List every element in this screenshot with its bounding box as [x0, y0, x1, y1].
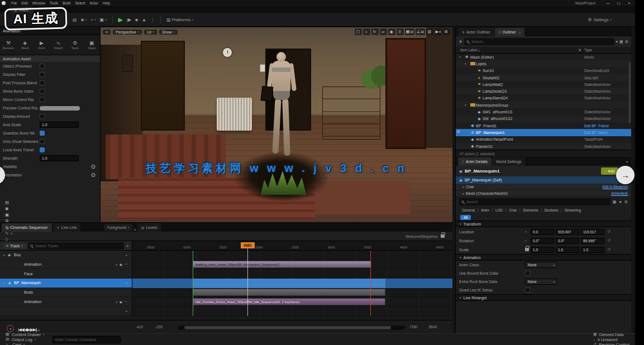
property-control[interactable]: ⊙ [91, 172, 96, 178]
expander-icon[interactable]: ▾ [465, 103, 469, 107]
actor-type-cell[interactable]: StaticMeshActor [584, 145, 631, 148]
sequencer-track-row[interactable]: Body [0, 288, 132, 298]
outliner-row[interactable]: ⊙ ◈ SM1_aRoom01S StaticMeshActor [456, 108, 631, 115]
sequencer-tool-button[interactable]: ▣▾ [4, 212, 21, 218]
reset-icon[interactable]: ↺ [607, 229, 610, 234]
console-command-input[interactable]: Enter Console Command [53, 336, 121, 343]
property-control[interactable] [40, 114, 45, 119]
details-settings-icon[interactable]: ⚙ [624, 200, 628, 204]
viewport-tool-button[interactable]: ⊙ [397, 28, 404, 35]
anim-property-row[interactable]: Only Show Selected [0, 137, 100, 146]
expander-icon[interactable]: ▾ [3, 281, 8, 285]
sequencer-track-row[interactable]: + [0, 306, 132, 316]
viewport-tool-button[interactable]: + [363, 28, 370, 35]
property-control[interactable]: None▾ [525, 262, 557, 268]
anim-property-row[interactable]: Display Amount [0, 112, 100, 121]
sequencer-tool-button[interactable]: +▾ [4, 224, 21, 230]
sequencer-tool-button[interactable]: ⚙▾ [4, 218, 21, 224]
mode-tab[interactable]: ◈ Mesh [17, 35, 34, 55]
anim-property-row[interactable]: Quantize Bone Wt. [0, 129, 100, 137]
outliner-row[interactable]: ⊙ ◈ Planter01 StaticMeshActor [456, 143, 631, 150]
modes-dropdown[interactable]: ◈▾ [81, 17, 87, 22]
expander-icon[interactable]: ▾ [462, 192, 464, 195]
add-track-button[interactable]: +Track▾ [3, 243, 26, 248]
details-category-chip[interactable]: Streaming [561, 208, 584, 212]
property-control[interactable] [40, 139, 45, 144]
playback-start-marker[interactable] [193, 251, 193, 316]
display-options-icon[interactable]: ▦ [613, 200, 617, 204]
foreground-dropdown[interactable]: Foreground▾ [104, 224, 132, 231]
close-icon[interactable]: × [133, 228, 136, 232]
outliner-search-input[interactable]: Search... [464, 38, 614, 45]
viewport-tool-button[interactable]: ▦10 [405, 28, 414, 35]
minimize-button[interactable]: — [603, 1, 613, 6]
status-bar-button[interactable]: ▤Output Log▾ [6, 337, 45, 342]
status-bar-button[interactable]: ▦Content Drawer▾ [6, 332, 45, 337]
details-search-input[interactable]: Search [459, 198, 610, 205]
status-bar-button[interactable]: ↺Revision Control [593, 342, 629, 345]
tab-overflow-icon[interactable]: ▾ [626, 160, 628, 164]
timeline-scrollbar[interactable] [178, 325, 405, 330]
anim-property-row[interactable]: Strength 1.0 [0, 154, 100, 162]
sequencer-tool-button[interactable]: ▤▾ [4, 199, 21, 205]
menu-item[interactable]: Help [101, 1, 112, 5]
expander-icon[interactable]: ▾ [462, 185, 464, 189]
column-unsaved-icon[interactable]: ↯ [575, 48, 584, 52]
play-from-here-button[interactable]: |▶ [127, 17, 131, 22]
sequencer-track-row[interactable]: ▾ ◈ Boy + [0, 251, 132, 260]
track-filter-icon[interactable]: ≡ [126, 244, 128, 248]
property-control[interactable]: 1.0 [40, 155, 79, 161]
details-category-chip[interactable]: LOD [493, 208, 506, 212]
scale-y-field[interactable]: 1.0 [556, 247, 579, 253]
component-self-row[interactable]: ◉BP_Mannequin (Self) [456, 176, 631, 184]
filter-icon[interactable]: ▼ [459, 40, 462, 44]
outliner-row[interactable]: ⊙ ▾ MannequinsGroup [456, 102, 631, 108]
viewport[interactable]: ≡ Perspective▾ Lit▾ Show▾ ▢ + ↻ ▱ ◉ [101, 27, 452, 222]
outliner-row[interactable]: ⊙ ☀ LampStandQ4 StaticMeshActor [456, 95, 631, 102]
actor-type-cell[interactable]: Edit BP_Friend [584, 124, 631, 128]
eye-icon[interactable]: ⊙ [457, 130, 460, 134]
animation-section-header[interactable]: ▾Animation [456, 254, 631, 261]
column-type[interactable]: Type [584, 48, 631, 52]
menu-item[interactable]: Select [73, 1, 87, 5]
tab-outliner[interactable]: ≡Outliner× [495, 28, 525, 36]
mode-tab[interactable]: ▣ Class [83, 35, 100, 55]
add-actor-dropdown[interactable]: +▾ [90, 17, 96, 22]
viewport-tool-button[interactable]: ▥ [426, 28, 433, 35]
lit-dropdown[interactable]: Lit▾ [144, 30, 157, 35]
actor-type-cell[interactable]: DirectionalLight [584, 69, 631, 73]
outliner-row[interactable]: ⊙ ◈ AnimationTargetPoint TargetPoint [456, 136, 631, 143]
perspective-dropdown[interactable]: Perspective▾ [113, 30, 142, 35]
outliner-settings-icon[interactable]: ⚙ [625, 40, 628, 44]
close-button[interactable]: × [624, 1, 634, 6]
tab-world-settings[interactable]: World Settings [492, 157, 525, 166]
save-button[interactable]: ▤ [73, 17, 77, 22]
location-y-field[interactable]: 915.007 [556, 229, 579, 235]
property-control[interactable]: ▾ [525, 271, 530, 276]
actor-type-cell[interactable]: StaticMeshActor [584, 89, 631, 93]
component-edit-link[interactable]: Edit in Blueprint [602, 185, 628, 189]
menu-item[interactable]: Edit [19, 1, 30, 5]
expander-icon[interactable]: ▾ [3, 253, 8, 257]
sequencer-tool-button[interactable]: ◉▾ [4, 205, 21, 212]
mode-tab[interactable]: ⚒ Skeleton [0, 35, 17, 55]
expander-icon[interactable]: ▾ [459, 55, 464, 59]
property-control[interactable]: ⊙ [91, 164, 96, 170]
outliner-row[interactable]: ⊙ ☀ LampDeskQ3 StaticMeshActor [456, 88, 631, 94]
animation-clip-walking[interactable]: walking_anim_Asset_30fps(SK_Mannequin_Se… [193, 261, 371, 268]
timeline-area[interactable]: walking_anim_Asset_30fps(SK_Mannequin_Se… [132, 241, 452, 316]
play-options-dots[interactable]: ⋮ [150, 17, 155, 22]
actor-type-cell[interactable]: Edit BP_Mann [584, 131, 631, 135]
expander-icon[interactable]: ▾ [465, 62, 469, 65]
sequencer-track-row[interactable]: Face [0, 269, 132, 279]
anim-property-row[interactable]: Axis Scale 1.0 [0, 121, 100, 129]
menu-item[interactable]: Window [30, 1, 47, 5]
track-buttons[interactable]: + ◉ ◠ [116, 300, 132, 304]
status-bar-button[interactable]: ▦Derived Data [593, 332, 629, 337]
outliner-scrollbar[interactable] [629, 62, 631, 123]
viewport-tool-button[interactable]: ▶4 [435, 28, 442, 35]
mode-tab[interactable]: ▶ Anim [34, 35, 50, 55]
property-control[interactable] [40, 89, 45, 94]
outliner-row[interactable]: ⊙ ◉ BP_Friend1 Edit BP_Friend [456, 122, 631, 129]
sequencer-tool-button[interactable]: ∿▾ [4, 230, 21, 236]
